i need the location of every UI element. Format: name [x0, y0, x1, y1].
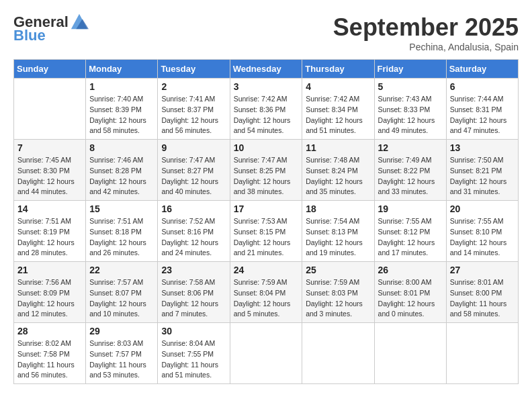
day-info: Sunrise: 7:59 AMSunset: 8:03 PMDaylight:…	[306, 277, 370, 320]
logo-blue: Blue	[13, 27, 46, 44]
day-info: Sunrise: 7:52 AMSunset: 8:16 PMDaylight:…	[161, 216, 226, 259]
calendar-cell: 13Sunrise: 7:50 AMSunset: 8:21 PMDayligh…	[446, 140, 518, 201]
header-tuesday: Tuesday	[158, 60, 230, 79]
calendar-cell: 10Sunrise: 7:47 AMSunset: 8:25 PMDayligh…	[230, 140, 302, 201]
calendar-cell: 24Sunrise: 7:59 AMSunset: 8:04 PMDayligh…	[230, 262, 302, 323]
day-info: Sunrise: 7:47 AMSunset: 8:27 PMDaylight:…	[161, 155, 226, 197]
page-header: General Blue September 2025 Pechina, And…	[13, 13, 519, 52]
day-number: 4	[306, 81, 370, 92]
calendar-cell: 25Sunrise: 7:59 AMSunset: 8:03 PMDayligh…	[302, 262, 374, 323]
day-info: Sunrise: 7:48 AMSunset: 8:24 PMDaylight:…	[306, 155, 370, 197]
logo: General Blue	[13, 13, 89, 44]
day-info: Sunrise: 8:00 AMSunset: 8:01 PMDaylight:…	[378, 277, 443, 320]
day-info: Sunrise: 7:58 AMSunset: 8:06 PMDaylight:…	[161, 277, 226, 320]
day-number: 11	[306, 142, 370, 153]
day-number: 10	[234, 142, 299, 153]
day-number: 2	[161, 81, 226, 92]
logo-icon	[70, 11, 89, 30]
day-info: Sunrise: 7:42 AMSunset: 8:34 PMDaylight:…	[306, 94, 370, 136]
header-sunday: Sunday	[14, 60, 86, 79]
calendar-cell: 27Sunrise: 8:01 AMSunset: 8:00 PMDayligh…	[446, 262, 518, 323]
day-info: Sunrise: 7:44 AMSunset: 8:31 PMDaylight:…	[450, 94, 515, 136]
day-info: Sunrise: 7:50 AMSunset: 8:21 PMDaylight:…	[450, 155, 515, 197]
header-wednesday: Wednesday	[230, 60, 302, 79]
day-info: Sunrise: 7:49 AMSunset: 8:22 PMDaylight:…	[378, 155, 443, 197]
calendar-cell: 1Sunrise: 7:40 AMSunset: 8:39 PMDaylight…	[86, 79, 158, 140]
calendar-cell: 6Sunrise: 7:44 AMSunset: 8:31 PMDaylight…	[446, 79, 518, 140]
day-number: 13	[450, 142, 515, 153]
calendar-cell: 12Sunrise: 7:49 AMSunset: 8:22 PMDayligh…	[374, 140, 446, 201]
calendar-cell: 23Sunrise: 7:58 AMSunset: 8:06 PMDayligh…	[158, 262, 230, 323]
calendar-cell: 29Sunrise: 8:03 AMSunset: 7:57 PMDayligh…	[86, 323, 158, 384]
calendar-cell: 14Sunrise: 7:51 AMSunset: 8:19 PMDayligh…	[14, 201, 86, 262]
day-number: 25	[306, 265, 370, 275]
calendar-cell: 20Sunrise: 7:55 AMSunset: 8:10 PMDayligh…	[446, 201, 518, 262]
day-info: Sunrise: 7:56 AMSunset: 8:09 PMDaylight:…	[17, 277, 82, 320]
day-number: 27	[450, 265, 515, 275]
day-number: 30	[161, 326, 226, 336]
calendar-cell: 21Sunrise: 7:56 AMSunset: 8:09 PMDayligh…	[14, 262, 86, 323]
calendar-week-row: 1Sunrise: 7:40 AMSunset: 8:39 PMDaylight…	[14, 79, 519, 140]
calendar-cell: 22Sunrise: 7:57 AMSunset: 8:07 PMDayligh…	[86, 262, 158, 323]
day-number: 16	[161, 203, 226, 214]
day-info: Sunrise: 7:47 AMSunset: 8:25 PMDaylight:…	[234, 155, 299, 197]
calendar-cell: 15Sunrise: 7:51 AMSunset: 8:18 PMDayligh…	[86, 201, 158, 262]
calendar-cell: 9Sunrise: 7:47 AMSunset: 8:27 PMDaylight…	[158, 140, 230, 201]
day-number: 7	[17, 142, 82, 153]
calendar-cell: 19Sunrise: 7:55 AMSunset: 8:12 PMDayligh…	[374, 201, 446, 262]
day-number: 14	[17, 203, 82, 214]
day-number: 1	[89, 81, 154, 92]
header-thursday: Thursday	[302, 60, 374, 79]
calendar-cell: 3Sunrise: 7:42 AMSunset: 8:36 PMDaylight…	[230, 79, 302, 140]
calendar-cell	[14, 79, 86, 140]
calendar-cell: 30Sunrise: 8:04 AMSunset: 7:55 PMDayligh…	[158, 323, 230, 384]
calendar-cell: 17Sunrise: 7:53 AMSunset: 8:15 PMDayligh…	[230, 201, 302, 262]
header-friday: Friday	[374, 60, 446, 79]
day-number: 9	[161, 142, 226, 153]
day-info: Sunrise: 8:04 AMSunset: 7:55 PMDaylight:…	[161, 338, 226, 381]
header-saturday: Saturday	[446, 60, 518, 79]
day-number: 22	[89, 265, 154, 275]
day-info: Sunrise: 7:51 AMSunset: 8:19 PMDaylight:…	[17, 216, 82, 259]
calendar-cell	[374, 323, 446, 384]
calendar-cell: 7Sunrise: 7:45 AMSunset: 8:30 PMDaylight…	[14, 140, 86, 201]
calendar-cell: 5Sunrise: 7:43 AMSunset: 8:33 PMDaylight…	[374, 79, 446, 140]
day-number: 12	[378, 142, 443, 153]
day-number: 21	[17, 265, 82, 275]
day-number: 24	[234, 265, 299, 275]
day-info: Sunrise: 7:45 AMSunset: 8:30 PMDaylight:…	[17, 155, 82, 197]
day-number: 6	[450, 81, 515, 92]
calendar-cell	[230, 323, 302, 384]
calendar-cell: 11Sunrise: 7:48 AMSunset: 8:24 PMDayligh…	[302, 140, 374, 201]
day-info: Sunrise: 7:53 AMSunset: 8:15 PMDaylight:…	[234, 216, 299, 259]
title-section: September 2025 Pechina, Andalusia, Spain	[333, 13, 519, 52]
day-number: 15	[89, 203, 154, 214]
calendar-cell: 18Sunrise: 7:54 AMSunset: 8:13 PMDayligh…	[302, 201, 374, 262]
day-number: 8	[89, 142, 154, 153]
day-info: Sunrise: 7:46 AMSunset: 8:28 PMDaylight:…	[89, 155, 154, 197]
calendar-cell: 4Sunrise: 7:42 AMSunset: 8:34 PMDaylight…	[302, 79, 374, 140]
calendar-cell: 28Sunrise: 8:02 AMSunset: 7:58 PMDayligh…	[14, 323, 86, 384]
calendar-cell: 16Sunrise: 7:52 AMSunset: 8:16 PMDayligh…	[158, 201, 230, 262]
header-monday: Monday	[86, 60, 158, 79]
calendar-cell: 2Sunrise: 7:41 AMSunset: 8:37 PMDaylight…	[158, 79, 230, 140]
day-info: Sunrise: 7:59 AMSunset: 8:04 PMDaylight:…	[234, 277, 299, 320]
day-info: Sunrise: 7:51 AMSunset: 8:18 PMDaylight:…	[89, 216, 154, 259]
day-number: 5	[378, 81, 443, 92]
day-number: 20	[450, 203, 515, 214]
day-info: Sunrise: 7:55 AMSunset: 8:12 PMDaylight:…	[378, 216, 443, 259]
calendar-week-row: 14Sunrise: 7:51 AMSunset: 8:19 PMDayligh…	[14, 201, 519, 262]
day-number: 18	[306, 203, 370, 214]
day-info: Sunrise: 8:01 AMSunset: 8:00 PMDaylight:…	[450, 277, 515, 320]
calendar-cell	[446, 323, 518, 384]
calendar-header-row: SundayMondayTuesdayWednesdayThursdayFrid…	[14, 60, 519, 79]
calendar-week-row: 7Sunrise: 7:45 AMSunset: 8:30 PMDaylight…	[14, 140, 519, 201]
day-info: Sunrise: 7:55 AMSunset: 8:10 PMDaylight:…	[450, 216, 515, 259]
day-info: Sunrise: 7:40 AMSunset: 8:39 PMDaylight:…	[89, 94, 154, 136]
calendar-cell: 26Sunrise: 8:00 AMSunset: 8:01 PMDayligh…	[374, 262, 446, 323]
calendar-table: SundayMondayTuesdayWednesdayThursdayFrid…	[13, 59, 519, 384]
calendar-week-row: 21Sunrise: 7:56 AMSunset: 8:09 PMDayligh…	[14, 262, 519, 323]
day-number: 3	[234, 81, 299, 92]
day-info: Sunrise: 8:02 AMSunset: 7:58 PMDaylight:…	[17, 338, 82, 381]
calendar-cell	[302, 323, 374, 384]
